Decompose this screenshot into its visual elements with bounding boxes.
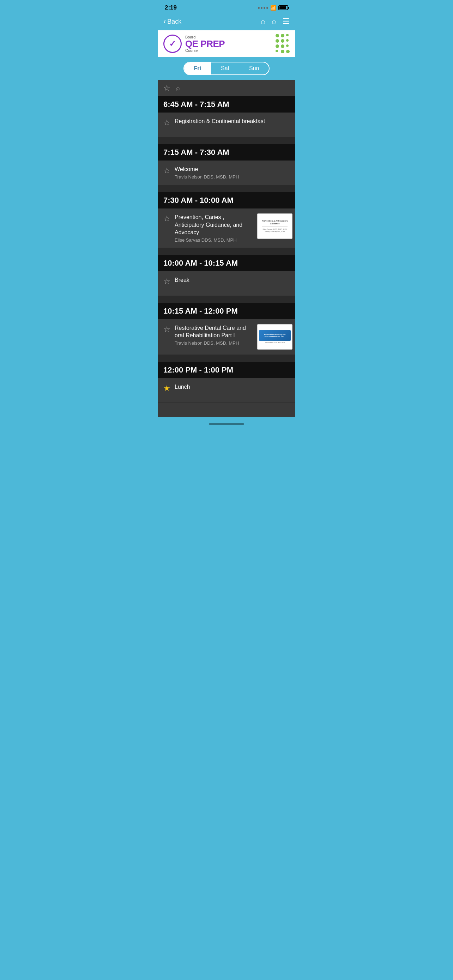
signal-icon	[258, 7, 268, 9]
search-filter-icon[interactable]: ⌕	[176, 85, 180, 92]
battery-icon	[278, 5, 288, 10]
session-restorative-content: Restorative Dental Care and oral Rehabil…	[175, 324, 253, 346]
session-lunch[interactable]: ★ Lunch	[158, 378, 295, 403]
thumbnail-restorative-title: Restorative Dentistry andOral Rehabilita…	[264, 332, 286, 339]
session-registration[interactable]: ☆ Registration & Continental breakfast	[158, 113, 295, 137]
session-lunch-star[interactable]: ★	[163, 384, 170, 393]
session-prevention-star[interactable]: ☆	[163, 214, 170, 223]
session-prevention-content: Prevention, Caries , Anticipatory Guidan…	[175, 213, 253, 243]
session-prevention-thumbnail[interactable]: Prevention & AnticipatoryGuidance Elise …	[257, 213, 292, 239]
logo-bar: ✓ Board QE PREP Course	[158, 30, 295, 57]
back-button[interactable]: ‹ Back	[163, 17, 261, 26]
status-bar: 2:19 📶	[158, 0, 295, 14]
session-welcome-content: Welcome Travis Nelson DDS, MSD, MPH	[175, 165, 290, 180]
day-tabs: Fri Sat Sun	[158, 57, 295, 80]
time-block-3-header: 7:30 AM - 10:00 AM	[158, 192, 295, 208]
session-registration-content: Registration & Continental breakfast	[175, 118, 290, 125]
session-registration-title: Registration & Continental breakfast	[175, 118, 265, 124]
schedule: 6:45 AM - 7:15 AM ☆ Registration & Conti…	[158, 96, 295, 417]
session-break-star[interactable]: ☆	[163, 277, 170, 286]
session-restorative-speaker: Travis Nelson DDS, MSD, MPH	[175, 340, 253, 346]
time-block-5-header: 10:15 AM - 12:00 PM	[158, 303, 295, 319]
time-block-6-header: 12:00 PM - 1:00 PM	[158, 362, 295, 378]
thumbnail-restorative-subtitle: Travis Nelson DDS, MSD, MPH	[265, 342, 285, 343]
session-welcome[interactable]: ☆ Welcome Travis Nelson DDS, MSD, MPH	[158, 161, 295, 185]
home-indicator	[209, 423, 244, 425]
session-welcome-title: Welcome	[175, 166, 198, 172]
logo-circle: ✓	[163, 35, 182, 53]
session-welcome-star[interactable]: ☆	[163, 166, 170, 175]
session-prevention-speaker: Elise Sarvas DDS, MSD, MPH	[175, 237, 253, 243]
logo-left: ✓ Board QE PREP Course	[163, 35, 225, 53]
nav-bar: ‹ Back ⌂ ⌕ ☰	[158, 14, 295, 30]
home-icon[interactable]: ⌂	[261, 17, 265, 26]
session-restorative-star[interactable]: ☆	[163, 325, 170, 334]
session-restorative[interactable]: ☆ Restorative Dental Care and oral Rehab…	[158, 319, 295, 355]
time-block-1-time: 6:45 AM - 7:15 AM	[163, 100, 229, 109]
status-icons: 📶	[258, 5, 288, 11]
time-block-1-header: 6:45 AM - 7:15 AM	[158, 96, 295, 113]
logo-text-block: Board QE PREP Course	[185, 35, 225, 52]
status-time: 2:19	[165, 4, 177, 11]
wifi-icon: 📶	[270, 5, 276, 11]
time-block-4-header: 10:00 AM - 10:15 AM	[158, 255, 295, 271]
session-restorative-thumbnail[interactable]: Restorative Dentistry andOral Rehabilita…	[257, 324, 292, 350]
back-label: Back	[167, 18, 181, 25]
time-block-2-header: 7:15 AM - 7:30 AM	[158, 144, 295, 161]
thumbnail-restorative-image: Restorative Dentistry andOral Rehabilita…	[259, 330, 291, 341]
session-restorative-title: Restorative Dental Care and oral Rehabil…	[175, 325, 246, 339]
check-icon: ✓	[169, 39, 176, 49]
dot-grid-decoration	[275, 34, 290, 53]
favorites-filter-icon[interactable]: ☆	[163, 84, 170, 93]
thumbnail-prevention-title: Prevention & AnticipatoryGuidance	[262, 220, 288, 226]
time-block-3-time: 7:30 AM - 10:00 AM	[163, 196, 234, 205]
session-break-title: Break	[175, 277, 189, 283]
time-block-2-time: 7:15 AM - 7:30 AM	[163, 148, 229, 157]
session-welcome-speaker: Travis Nelson DDS, MSD, MPH	[175, 174, 290, 180]
tab-sun[interactable]: Sun	[239, 62, 269, 75]
search-icon[interactable]: ⌕	[272, 17, 276, 26]
logo-course-label: Course	[185, 48, 225, 52]
menu-icon[interactable]: ☰	[283, 17, 290, 26]
filter-bar: ☆ ⌕	[158, 80, 295, 96]
session-break[interactable]: ☆ Break	[158, 271, 295, 296]
session-registration-star[interactable]: ☆	[163, 118, 170, 127]
tab-fri[interactable]: Fri	[184, 62, 211, 75]
thumbnail-prevention-subtitle: Elise Sarvas, DDS, MSD, MPHFriday, Febru…	[263, 228, 287, 232]
day-tab-group: Fri Sat Sun	[183, 62, 270, 75]
session-prevention[interactable]: ☆ Prevention, Caries , Anticipatory Guid…	[158, 208, 295, 248]
time-block-4-time: 10:00 AM - 10:15 AM	[163, 259, 238, 267]
nav-icons: ⌂ ⌕ ☰	[261, 17, 290, 26]
time-block-6-time: 12:00 PM - 1:00 PM	[163, 366, 233, 374]
back-chevron-icon: ‹	[163, 17, 166, 26]
logo-qe-prep-label: QE PREP	[185, 39, 225, 48]
tab-sat[interactable]: Sat	[211, 62, 239, 75]
session-break-content: Break	[175, 276, 290, 284]
session-prevention-title: Prevention, Caries , Anticipatory Guidan…	[175, 214, 242, 235]
session-lunch-content: Lunch	[175, 383, 290, 391]
bottom-bar	[158, 417, 295, 431]
time-block-5-time: 10:15 AM - 12:00 PM	[163, 307, 238, 315]
session-lunch-title: Lunch	[175, 384, 190, 390]
